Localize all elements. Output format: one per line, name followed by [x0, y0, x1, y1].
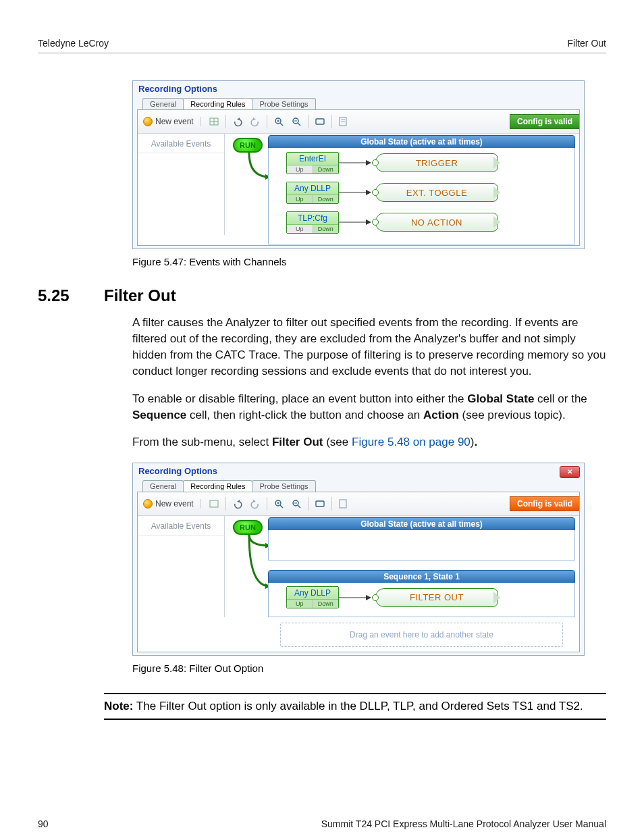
svg-rect-10: [316, 119, 324, 124]
new-event-icon: [143, 499, 153, 509]
section-heading: 5.25 Filter Out: [38, 286, 606, 305]
properties-icon[interactable]: [336, 496, 351, 511]
header-left: Teledyne LeCroy: [38, 38, 109, 49]
section-title: Filter Out: [104, 286, 176, 305]
undo-icon[interactable]: [230, 496, 245, 511]
config-valid-badge: Config is valid: [510, 114, 579, 129]
svg-line-23: [298, 505, 300, 508]
section-number: 5.25: [38, 286, 85, 305]
zoom-out-icon[interactable]: [289, 114, 304, 129]
window-title: Recording Options: [133, 81, 584, 98]
global-state-header: Global State (active at all times): [268, 135, 575, 149]
action-trigger[interactable]: TRIGGER: [375, 153, 498, 172]
undo-icon[interactable]: [230, 114, 245, 129]
drop-zone[interactable]: Drag an event here to add another state: [280, 623, 563, 647]
zoom-in-icon[interactable]: [271, 496, 286, 511]
config-valid-badge: Config is valid: [510, 496, 579, 511]
channel-down[interactable]: Down: [313, 225, 339, 233]
recording-options-window-2: Recording Options ✕ General Recording Ru…: [132, 463, 585, 656]
paragraph-1: A filter causes the Analyzer to filter o…: [132, 315, 606, 380]
note-text: The Filter Out option is only available …: [133, 700, 583, 712]
redo-icon[interactable]: [248, 114, 263, 129]
paragraph-2: To enable or disable filtering, place an…: [132, 391, 606, 423]
channel-down[interactable]: Down: [313, 195, 339, 203]
close-icon[interactable]: ✕: [560, 466, 580, 478]
page-header: Teledyne LeCroy Filter Out: [38, 38, 606, 53]
figure-caption-47: Figure 5.47: Events with Channels: [132, 256, 606, 267]
channel-up[interactable]: Up: [287, 225, 313, 233]
global-state-header: Global State (active at all times): [268, 517, 575, 531]
channel-down[interactable]: Down: [313, 165, 339, 174]
tab-general[interactable]: General: [142, 98, 184, 109]
redo-icon[interactable]: [248, 496, 263, 511]
new-event-icon: [143, 117, 153, 126]
note-box: Note: The Filter Out option is only avai…: [104, 693, 606, 720]
channel-down[interactable]: Down: [313, 600, 339, 608]
event-any-dllp[interactable]: Any DLLPUpDown: [286, 182, 339, 204]
window-title: Recording Options: [133, 463, 584, 480]
tab-probe-settings[interactable]: Probe Settings: [252, 98, 315, 109]
tab-general[interactable]: General: [142, 480, 184, 492]
event-enterei[interactable]: EnterEIUpDown: [286, 152, 339, 174]
figure-link-48[interactable]: Figure 5.48 on page 90: [352, 436, 471, 448]
svg-line-4: [280, 123, 283, 126]
tab-recording-rules[interactable]: Recording Rules: [183, 98, 252, 109]
sequence-state-header: Sequence 1, State 1: [268, 570, 575, 583]
channel-up[interactable]: Up: [287, 165, 313, 174]
available-events-header: Available Events: [138, 520, 224, 536]
page-footer: 90 Summit T24 PCI Express Multi-Lane Pro…: [38, 814, 606, 829]
svg-line-19: [280, 505, 283, 508]
svg-rect-25: [316, 501, 324, 506]
properties-icon[interactable]: [336, 114, 351, 129]
new-event-button[interactable]: New event: [143, 499, 201, 509]
paragraph-3: From the sub-menu, select Filter Out (se…: [132, 434, 606, 450]
recording-options-window-1: Recording Options General Recording Rule…: [132, 80, 585, 249]
new-event-button[interactable]: New event: [143, 117, 201, 126]
toggle-grid-icon[interactable]: [207, 114, 221, 129]
page-number: 90: [38, 818, 49, 829]
svg-rect-17: [210, 500, 218, 507]
note-label: Note:: [104, 700, 133, 712]
new-event-label: New event: [155, 499, 194, 509]
run-node[interactable]: RUN: [233, 520, 263, 535]
toggle-grid-icon[interactable]: [207, 496, 221, 511]
zoom-in-icon[interactable]: [271, 114, 286, 129]
available-events-header: Available Events: [138, 138, 224, 153]
action-ext-toggle[interactable]: EXT. TOGGLE: [375, 183, 498, 202]
tab-recording-rules[interactable]: Recording Rules: [183, 480, 252, 492]
figure-caption-48: Figure 5.48: Filter Out Option: [132, 662, 606, 674]
fit-icon[interactable]: [313, 496, 327, 511]
event-tlp-cfg[interactable]: TLP:CfgUpDown: [286, 211, 339, 234]
header-right: Filter Out: [567, 38, 606, 49]
manual-title: Summit T24 PCI Express Multi-Lane Protoc…: [321, 818, 606, 829]
zoom-out-icon[interactable]: [289, 496, 304, 511]
channel-up[interactable]: Up: [287, 195, 313, 203]
channel-up[interactable]: Up: [287, 600, 313, 608]
action-filter-out[interactable]: FILTER OUT: [375, 588, 498, 607]
new-event-label: New event: [155, 117, 194, 126]
fit-icon[interactable]: [313, 114, 327, 129]
action-no-action[interactable]: NO ACTION: [375, 213, 498, 232]
svg-rect-26: [340, 500, 346, 508]
event-any-dllp[interactable]: Any DLLP UpDown: [286, 586, 339, 608]
run-node[interactable]: RUN: [233, 138, 263, 153]
svg-line-8: [298, 123, 300, 126]
tab-probe-settings[interactable]: Probe Settings: [252, 480, 315, 492]
